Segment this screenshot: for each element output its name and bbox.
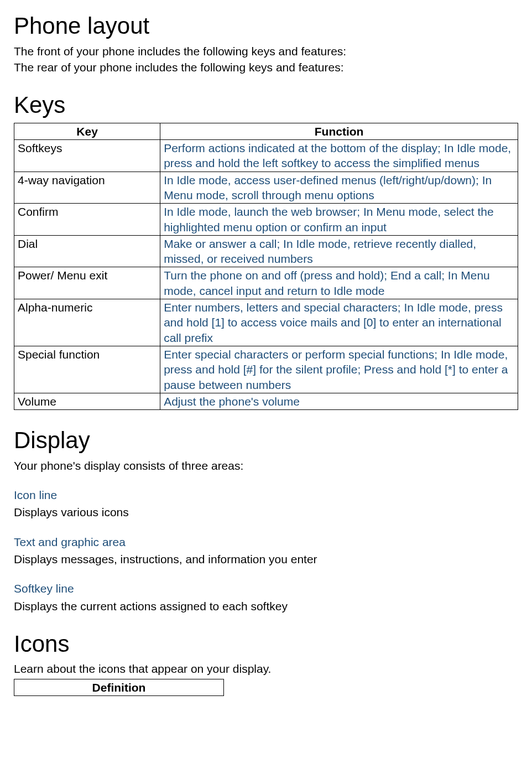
table-row: VolumeAdjust the phone's volume — [14, 393, 518, 409]
table-cell-key: Volume — [14, 393, 160, 409]
table-row: Special functionEnter special characters… — [14, 346, 518, 393]
table-header-row: Key Function — [14, 123, 518, 139]
intro-rear: The rear of your phone includes the foll… — [14, 60, 518, 75]
table-row: Alpha-numericEnter numbers, letters and … — [14, 299, 518, 346]
table-row: DialMake or answer a call; In Idle mode,… — [14, 235, 518, 267]
table-cell-key: Alpha-numeric — [14, 299, 160, 346]
display-area-desc: Displays the current actions assigned to… — [14, 599, 518, 614]
table-cell-function: Turn the phone on and off (press and hol… — [160, 267, 518, 299]
display-area-desc: Displays messages, instructions, and inf… — [14, 552, 518, 567]
heading-keys: Keys — [14, 90, 518, 121]
table-cell-key: Confirm — [14, 204, 160, 236]
table-cell-function: Adjust the phone's volume — [160, 393, 518, 409]
intro-front: The front of your phone includes the fol… — [14, 44, 518, 59]
table-header-row: Definition — [14, 679, 224, 695]
table-row: ConfirmIn Idle mode, launch the web brow… — [14, 204, 518, 236]
table-header-definition: Definition — [14, 679, 224, 695]
icons-intro: Learn about the icons that appear on you… — [14, 661, 518, 676]
table-row: 4-way navigationIn Idle mode, access use… — [14, 172, 518, 204]
display-area-title: Text and graphic area — [14, 534, 518, 549]
table-cell-key: Dial — [14, 235, 160, 267]
table-cell-key: Special function — [14, 346, 160, 393]
table-cell-function: Make or answer a call; In Idle mode, ret… — [160, 235, 518, 267]
icons-table: Definition — [14, 679, 224, 696]
table-row: Power/ Menu exitTurn the phone on and of… — [14, 267, 518, 299]
table-header-function: Function — [160, 123, 518, 139]
table-cell-function: Enter special characters or perform spec… — [160, 346, 518, 393]
keys-table: Key Function SoftkeysPerform actions ind… — [14, 123, 518, 410]
display-area-title: Icon line — [14, 487, 518, 502]
heading-icons: Icons — [14, 629, 518, 660]
table-row: SoftkeysPerform actions indicated at the… — [14, 140, 518, 172]
display-area-title: Softkey line — [14, 581, 518, 596]
table-cell-key: Power/ Menu exit — [14, 267, 160, 299]
heading-display: Display — [14, 425, 518, 456]
display-area-desc: Displays various icons — [14, 505, 518, 520]
table-cell-function: Perform actions indicated at the bottom … — [160, 140, 518, 172]
table-cell-key: 4-way navigation — [14, 172, 160, 204]
table-cell-key: Softkeys — [14, 140, 160, 172]
table-cell-function: Enter numbers, letters and special chara… — [160, 299, 518, 346]
table-cell-function: In Idle mode, access user-defined menus … — [160, 172, 518, 204]
table-header-key: Key — [14, 123, 160, 139]
table-cell-function: In Idle mode, launch the web browser; In… — [160, 204, 518, 236]
display-intro: Your phone's display consists of three a… — [14, 458, 518, 473]
heading-phone-layout: Phone layout — [14, 11, 518, 41]
